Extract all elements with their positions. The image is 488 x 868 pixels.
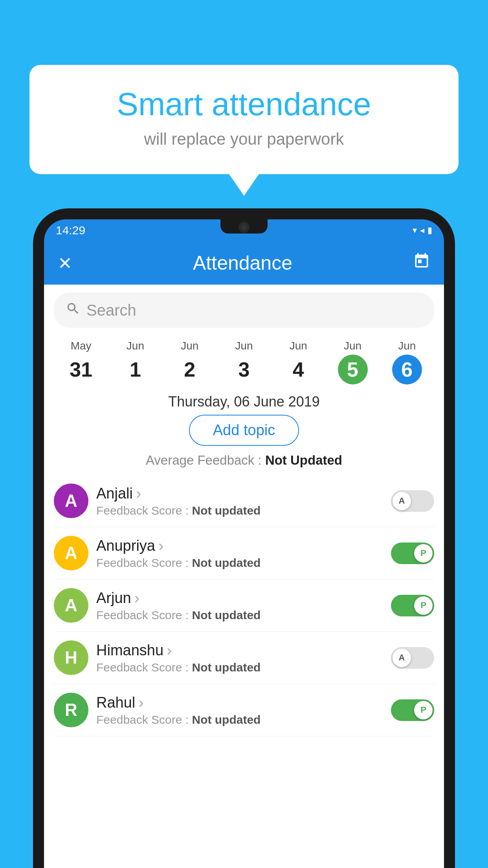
cal-month-label: Jun [271,340,325,352]
calendar-day[interactable]: Jun6 [380,340,434,384]
phone-screen: ✕ Attendance Search May31Jun1Jun2Jun3Jun… [44,241,444,868]
student-item[interactable]: AAnjaliFeedback Score : Not updatedA [54,475,434,527]
attendance-toggle[interactable]: P [391,595,434,616]
selected-date: Thursday, 06 June 2019 [44,394,444,410]
avg-feedback: Average Feedback : Not Updated [44,453,444,468]
calendar-strip: May31Jun1Jun2Jun3Jun4Jun5Jun6 [44,336,444,386]
cal-date-number: 6 [392,355,422,384]
student-info: RahulFeedback Score : Not updated [96,694,383,726]
bubble-title: Smart attendance [53,86,435,122]
student-avatar: H [54,640,88,675]
student-name: Anjali [96,485,383,502]
student-item[interactable]: RRahulFeedback Score : Not updatedP [54,684,434,736]
student-info: AnupriyaFeedback Score : Not updated [96,537,383,570]
attendance-toggle[interactable]: A [391,647,434,669]
add-topic-button[interactable]: Add topic [189,415,299,446]
student-item[interactable]: HHimanshuFeedback Score : Not updatedA [54,632,434,684]
wifi-icon: ▾ [413,225,417,235]
bubble-subtitle: will replace your paperwork [53,130,435,149]
calendar-day[interactable]: Jun1 [108,340,162,384]
student-avatar: A [54,484,88,518]
speech-bubble: Smart attendance will replace your paper… [29,65,459,174]
cal-date-number: 3 [229,355,259,384]
student-feedback: Feedback Score : Not updated [96,609,383,622]
cal-month-label: Jun [380,340,434,352]
student-list: AAnjaliFeedback Score : Not updatedAAAnu… [44,475,444,736]
student-feedback: Feedback Score : Not updated [96,713,383,726]
student-name: Himanshu [96,642,383,659]
student-avatar: R [54,693,88,727]
signal-icon: ◂ [420,225,424,235]
search-placeholder: Search [86,302,136,319]
avg-feedback-label: Average Feedback : [146,453,262,467]
student-info: AnjaliFeedback Score : Not updated [96,485,383,517]
attendance-toggle[interactable]: A [391,490,434,512]
student-item[interactable]: AArjunFeedback Score : Not updatedP [54,579,434,632]
battery-icon: ▮ [427,225,432,235]
calendar-icon[interactable] [413,252,430,274]
cal-month-label: Jun [325,340,380,352]
cal-date-number: 31 [66,355,96,384]
student-feedback: Feedback Score : Not updated [96,504,383,517]
student-avatar: A [54,536,88,570]
cal-month-label: Jun [163,340,217,352]
calendar-day[interactable]: May31 [54,340,108,384]
student-name: Anupriya [96,537,383,555]
avg-feedback-value: Not Updated [265,453,342,467]
student-item[interactable]: AAnupriyaFeedback Score : Not updatedP [54,527,434,579]
calendar-day[interactable]: Jun2 [163,340,217,384]
cal-month-label: May [54,340,108,352]
student-name: Arjun [96,589,383,607]
phone-camera [238,222,250,233]
cal-date-number: 2 [175,355,205,384]
phone-frame: 14:29 ▾ ◂ ▮ ✕ Attendance Search [33,208,455,868]
close-button[interactable]: ✕ [58,253,72,273]
cal-date-number: 5 [338,355,368,384]
search-bar[interactable]: Search [54,292,434,328]
student-feedback: Feedback Score : Not updated [96,661,383,674]
header-title: Attendance [193,252,292,274]
cal-date-number: 1 [120,355,150,384]
calendar-day[interactable]: Jun4 [271,340,325,384]
cal-month-label: Jun [217,340,271,352]
attendance-toggle[interactable]: P [391,542,434,564]
calendar-day[interactable]: Jun5 [325,340,380,384]
student-name: Rahul [96,694,383,712]
cal-date-number: 4 [283,355,313,384]
app-header: ✕ Attendance [44,241,444,285]
student-info: ArjunFeedback Score : Not updated [96,589,383,622]
cal-month-label: Jun [108,340,162,352]
student-avatar: A [54,588,88,623]
student-info: HimanshuFeedback Score : Not updated [96,642,383,674]
student-feedback: Feedback Score : Not updated [96,556,383,570]
status-time: 14:29 [56,224,85,237]
status-icons: ▾ ◂ ▮ [413,225,432,235]
calendar-day[interactable]: Jun3 [217,340,271,384]
attendance-toggle[interactable]: P [391,699,434,721]
search-icon [66,301,81,320]
